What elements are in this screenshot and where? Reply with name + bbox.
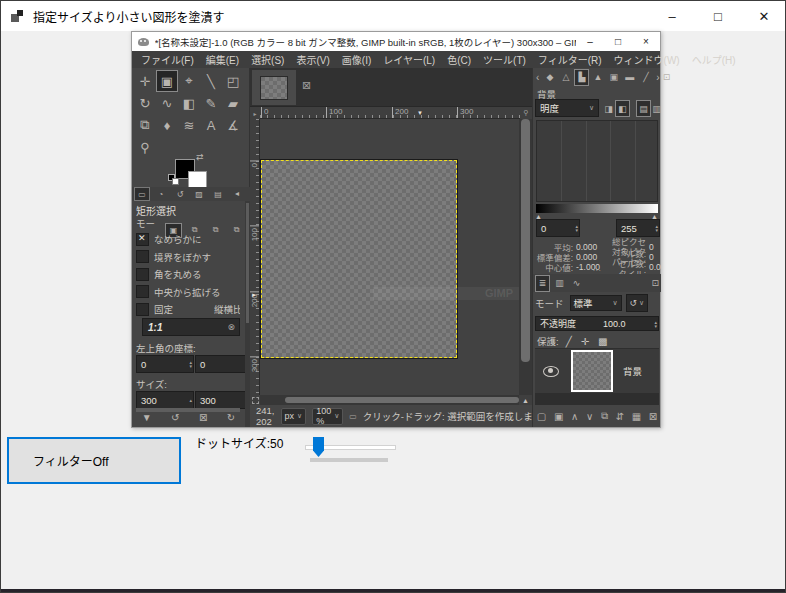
anchor-layer-button[interactable]: ▦ — [632, 411, 641, 422]
position-x-input[interactable]: 0 ▴▾ — [136, 355, 194, 373]
lock-position-icon[interactable]: ✛ — [581, 336, 589, 347]
tool-option-checkbox[interactable]: 角を丸める — [136, 267, 202, 281]
new-layer-button[interactable]: ▢ — [537, 411, 546, 422]
mode-intersect-button[interactable]: ⧉ — [228, 223, 245, 238]
menu-item[interactable]: ヘルプ(H) — [687, 50, 741, 69]
ruler-corner-button[interactable]: ▸ — [250, 107, 260, 119]
tab-scroll-right-icon[interactable]: › — [654, 72, 661, 83]
spinner-arrows[interactable]: ▴▾ — [655, 224, 658, 232]
maximize-button[interactable]: □ — [695, 1, 741, 31]
minimize-button[interactable]: – — [649, 1, 695, 31]
menu-item[interactable]: 画像(I) — [337, 50, 376, 69]
dot-size-slider-thumb[interactable] — [313, 437, 324, 457]
menu-item[interactable]: ツール(T) — [478, 50, 531, 69]
clear-icon[interactable]: ⊗ — [227, 322, 235, 332]
lower-layer-button[interactable]: ∨ — [586, 411, 593, 422]
ink-tool[interactable]: ♦ — [156, 114, 178, 136]
fixed-checkbox[interactable]: 固定 縦横比 — [136, 302, 240, 316]
dot-size-slider-bar[interactable] — [310, 458, 388, 462]
move-tool[interactable]: ✛ — [134, 70, 156, 92]
brushes-tab[interactable]: ▨ — [191, 187, 207, 201]
pencil-tool[interactable]: ✎ — [200, 92, 222, 114]
buffers-tab[interactable]: ▬ — [622, 69, 637, 86]
save-preset-button[interactable]: ▼ — [142, 412, 152, 423]
close-button[interactable]: ✕ — [741, 1, 786, 31]
dock-menu-icon[interactable]: ⊡ — [651, 278, 659, 288]
unit-dropdown[interactable]: px ∨ — [281, 408, 307, 425]
vertical-scrollbar-thumb[interactable] — [521, 119, 530, 362]
brushes-tab[interactable]: ◆ — [542, 69, 557, 86]
canvas-viewport[interactable]: GIMP — [260, 119, 519, 395]
layer-row[interactable]: 背景 — [535, 349, 659, 393]
histogram-tab[interactable]: ▙ — [574, 69, 589, 86]
spinner-arrows[interactable]: ▴▾ — [654, 320, 657, 328]
tool-options-tab[interactable]: ▭ — [134, 187, 150, 201]
horizontal-ruler[interactable]: 0100200300 — [260, 107, 522, 119]
zoom-dropdown[interactable]: 100 % ∨ — [312, 408, 343, 425]
layer-mode-reset-button[interactable]: ↺ ∨ — [626, 294, 649, 312]
zoom-tool[interactable]: ⚲ — [134, 136, 156, 158]
alignment-tool[interactable]: ⌖ — [178, 70, 200, 92]
lock-pixels-icon[interactable]: ╱ — [566, 336, 572, 347]
restore-preset-button[interactable]: ↺ — [171, 412, 179, 423]
size-height-input[interactable]: 300 — [195, 391, 245, 409]
histogram-min-input[interactable]: 0 ▴▾ — [536, 219, 580, 237]
rectangle-select-tool[interactable]: ▣ — [156, 70, 178, 92]
reset-options-button[interactable]: ↻ — [227, 412, 235, 423]
filter-toggle-button[interactable]: フィルターOff — [7, 437, 181, 484]
paths-tool[interactable]: ∡ — [222, 114, 244, 136]
merge-layer-button[interactable]: ⇵ — [616, 411, 624, 422]
duplicate-layer-button[interactable]: ⧉ — [601, 410, 608, 422]
fixed-dropdown[interactable]: 縦横比 — [214, 302, 240, 316]
horizontal-scrollbar-thumb[interactable] — [285, 397, 519, 403]
horizontal-scrollbar[interactable] — [260, 395, 519, 405]
gradients-tab[interactable]: ╱ — [638, 69, 653, 86]
position-y-input[interactable]: 0 — [195, 355, 245, 373]
airbrush-tool[interactable]: ≋ — [178, 114, 200, 136]
tool-option-checkbox[interactable]: なめらかに — [136, 232, 202, 246]
visibility-eye-icon[interactable] — [543, 366, 559, 377]
new-group-button[interactable]: ▣ — [554, 411, 563, 422]
view-button-2[interactable]: ▥ — [649, 100, 664, 117]
channels-tab[interactable]: ▥ — [552, 275, 567, 292]
zoom-follow-button[interactable]: ⚲ — [520, 107, 532, 119]
images-tab[interactable]: ▣ — [606, 69, 621, 86]
layers-tab[interactable]: ≣ — [535, 275, 550, 292]
spinner-arrows[interactable]: ▴▾ — [189, 360, 192, 368]
crop-tool[interactable]: ◰ — [222, 70, 244, 92]
clone-tool[interactable]: ⧉ — [134, 114, 156, 136]
dock-menu-icon[interactable]: ⊡ — [663, 72, 671, 82]
spinner-arrows[interactable]: ▴▾ — [575, 224, 578, 232]
opacity-slider[interactable]: 不透明度 100.0 ▴▾ — [535, 316, 659, 331]
log-histogram-button[interactable]: ◧ — [615, 100, 630, 117]
dock-collapse-icon[interactable]: ◂ — [235, 189, 239, 198]
measure-tool[interactable]: ╲ — [200, 70, 222, 92]
gimp-titlebar[interactable]: *[名称未設定]-1.0 (RGB カラー 8 bit ガンマ整数, GIMP … — [132, 32, 660, 51]
warning-tab[interactable]: △ — [558, 69, 573, 86]
default-colors-icon[interactable] — [168, 174, 177, 183]
gimp-maximize-button[interactable]: □ — [604, 32, 632, 51]
canvas-image[interactable] — [261, 160, 457, 358]
size-width-input[interactable]: 300 ▴ — [136, 391, 194, 409]
menu-item[interactable]: レイヤー(L) — [378, 50, 440, 69]
layer-mode-dropdown[interactable]: 標準 ∨ — [570, 295, 622, 311]
layer-thumbnail[interactable] — [571, 350, 613, 392]
gimp-minimize-button[interactable]: – — [576, 32, 604, 51]
raise-layer-button[interactable]: ∧ — [571, 411, 578, 422]
text-tool[interactable]: A — [200, 114, 222, 136]
warp-tool[interactable]: ∿ — [156, 92, 178, 114]
menu-item[interactable]: 色(C) — [442, 50, 476, 69]
delete-preset-button[interactable]: ⊠ — [199, 412, 207, 423]
delete-layer-button[interactable]: ⊠ — [649, 411, 657, 422]
bucket-fill-tool[interactable]: ◧ — [178, 92, 200, 114]
swap-colors-icon[interactable]: ⇄ — [196, 152, 204, 162]
eraser-tool[interactable]: ▰ — [222, 92, 244, 114]
lock-alpha-icon[interactable]: ▩ — [598, 336, 607, 347]
quickmask-toggle-button[interactable] — [250, 395, 260, 405]
navigation-button[interactable]: ▲ — [519, 395, 532, 405]
menu-item[interactable]: フィルター(R) — [533, 50, 607, 69]
linear-histogram-button[interactable]: ◨ — [601, 100, 616, 117]
pointer-tab[interactable]: ▲ — [590, 69, 605, 86]
device-status-tab[interactable]: ◔ — [153, 187, 169, 201]
channel-dropdown[interactable]: 明度 ∨ — [535, 99, 599, 117]
